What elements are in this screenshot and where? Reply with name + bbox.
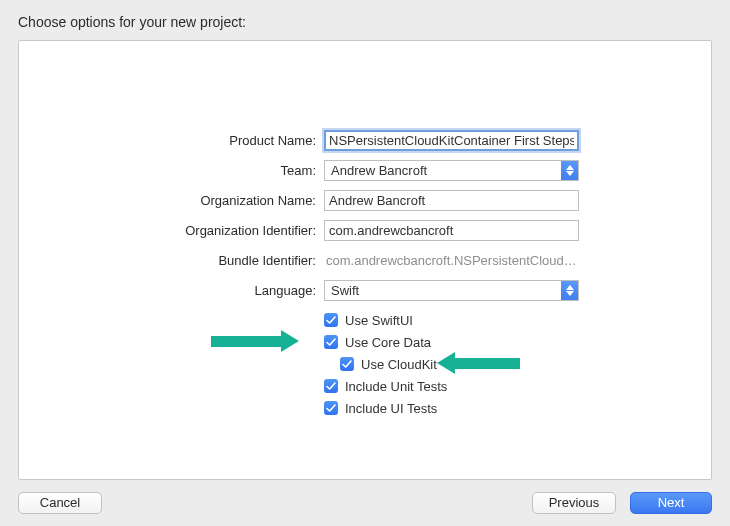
language-select-value: Swift [325,283,561,298]
cancel-button[interactable]: Cancel [18,492,102,514]
team-select-value: Andrew Bancroft [325,163,561,178]
row-team: Team: Andrew Bancroft [19,155,711,185]
row-language: Language: Swift [19,275,711,305]
dialog-footer: Cancel Previous Next [18,480,712,514]
checkbox-icon [340,357,354,371]
checkbox-coredata-label: Use Core Data [345,335,431,350]
chevron-updown-icon [561,281,578,300]
dialog-container: Choose options for your new project: Pro… [0,0,730,526]
checkbox-swiftui[interactable]: Use SwiftUI [324,309,711,331]
team-select[interactable]: Andrew Bancroft [324,160,579,181]
checkbox-unittests[interactable]: Include Unit Tests [324,375,711,397]
checkbox-icon [324,335,338,349]
dialog-title: Choose options for your new project: [18,14,712,30]
annotation-arrow-coredata [211,332,299,350]
checkbox-coredata[interactable]: Use Core Data [324,331,711,353]
org-id-field[interactable] [324,220,579,241]
label-team: Team: [19,163,324,178]
row-org-id: Organization Identifier: [19,215,711,245]
checkbox-icon [324,401,338,415]
checkbox-cloudkit-label: Use CloudKit [361,357,437,372]
previous-button[interactable]: Previous [532,492,616,514]
row-product-name: Product Name: [19,125,711,155]
next-button[interactable]: Next [630,492,712,514]
checkbox-icon [324,379,338,393]
chevron-updown-icon [561,161,578,180]
checkbox-icon [324,313,338,327]
language-select[interactable]: Swift [324,280,579,301]
product-name-field[interactable] [324,130,579,151]
label-org-name: Organization Name: [19,193,324,208]
label-language: Language: [19,283,324,298]
checkbox-uitests-label: Include UI Tests [345,401,437,416]
form-panel: Product Name: Team: Andrew Bancroft Orga… [18,40,712,480]
row-org-name: Organization Name: [19,185,711,215]
checkbox-group: Use SwiftUI Use Core Data Use CloudKit I… [19,305,711,419]
label-product-name: Product Name: [19,133,324,148]
row-bundle-id: Bundle Identifier: com.andrewcbancroft.N… [19,245,711,275]
checkbox-unittests-label: Include Unit Tests [345,379,447,394]
bundle-id-value: com.andrewcbancroft.NSPersistentCloudKit… [324,253,579,268]
label-bundle-id: Bundle Identifier: [19,253,324,268]
label-org-id: Organization Identifier: [19,223,324,238]
org-name-field[interactable] [324,190,579,211]
annotation-arrow-cloudkit [437,354,520,372]
checkbox-swiftui-label: Use SwiftUI [345,313,413,328]
checkbox-uitests[interactable]: Include UI Tests [324,397,711,419]
